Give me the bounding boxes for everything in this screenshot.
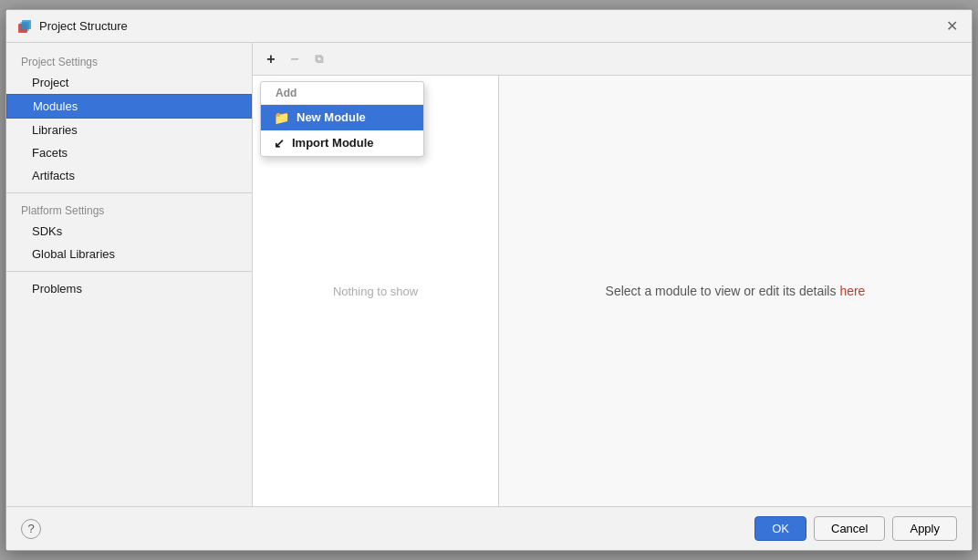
nothing-to-show-label: Nothing to show [333, 285, 418, 298]
folder-icon: 📁 [274, 110, 289, 125]
sidebar-item-sdks[interactable]: SDKs [6, 220, 252, 243]
apply-button[interactable]: Apply [892, 516, 957, 541]
remove-button[interactable]: − [284, 48, 306, 70]
import-module-item[interactable]: ↙ Import Module [261, 130, 423, 156]
sidebar-item-facets[interactable]: Facets [6, 141, 252, 164]
dropdown-header: Add [261, 82, 423, 105]
sidebar-divider-2 [6, 271, 252, 272]
new-module-item[interactable]: 📁 New Module [261, 105, 423, 130]
import-icon: ↙ [274, 136, 285, 150]
sidebar-item-problems[interactable]: Problems [6, 277, 252, 300]
detail-area: Select a module to view or edit its deta… [499, 76, 972, 506]
project-structure-dialog: Project Structure ✕ Project Settings Pro… [5, 9, 973, 551]
app-icon [17, 19, 32, 34]
cancel-button[interactable]: Cancel [814, 516, 885, 541]
close-button[interactable]: ✕ [942, 17, 961, 36]
copy-button[interactable]: ⧉ [307, 48, 329, 70]
help-button[interactable]: ? [21, 519, 41, 539]
dialog-title: Project Structure [39, 19, 942, 33]
ok-button[interactable]: OK [754, 516, 806, 541]
platform-settings-label: Platform Settings [6, 199, 252, 220]
project-settings-label: Project Settings [6, 50, 252, 71]
sidebar-item-modules[interactable]: Modules [6, 94, 252, 119]
sidebar-item-libraries[interactable]: Libraries [6, 119, 252, 141]
add-button[interactable]: + Add 📁 New Module ↙ Import Module [260, 48, 282, 70]
svg-rect-2 [20, 22, 29, 31]
sidebar-item-artifacts[interactable]: Artifacts [6, 164, 252, 187]
sidebar-divider [6, 192, 252, 193]
title-bar: Project Structure ✕ [6, 10, 972, 43]
toolbar: + Add 📁 New Module ↙ Import Module [253, 43, 972, 76]
dialog-content: Project Settings Project Modules Librari… [6, 43, 972, 506]
sidebar-item-global-libraries[interactable]: Global Libraries [6, 243, 252, 265]
detail-hint: Select a module to view or edit its deta… [606, 284, 866, 298]
main-area: + Add 📁 New Module ↙ Import Module [253, 43, 972, 506]
sidebar: Project Settings Project Modules Librari… [6, 43, 253, 506]
add-dropdown-menu: Add 📁 New Module ↙ Import Module [260, 81, 424, 157]
sidebar-item-project[interactable]: Project [6, 71, 252, 94]
footer: ? OK Cancel Apply [6, 506, 972, 550]
